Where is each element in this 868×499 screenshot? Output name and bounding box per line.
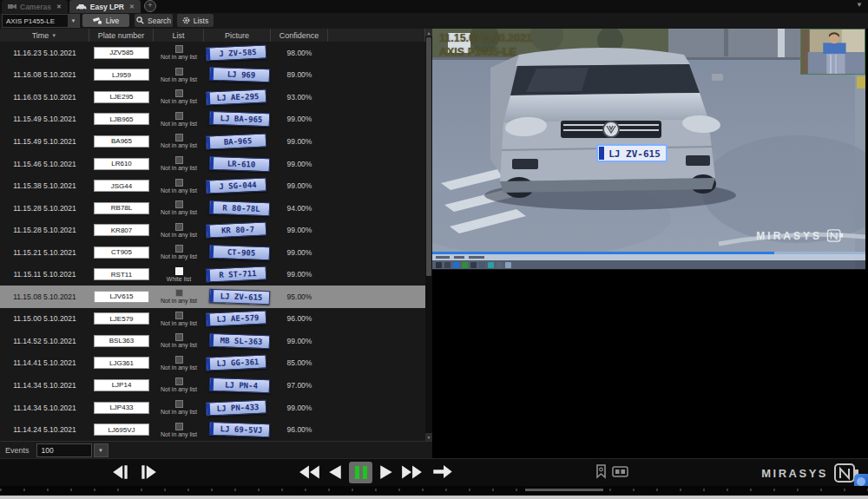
row-plate-number[interactable]: JZV585 — [94, 47, 149, 59]
row-plate-picture[interactable]: LJ 969 — [208, 67, 270, 82]
list-checkbox[interactable] — [175, 267, 183, 275]
events-count-select[interactable]: 100 — [36, 443, 92, 457]
row-plate-picture[interactable]: LJ BA-965 — [208, 111, 270, 127]
table-row[interactable]: 11.16.08 5.10.2021 LJ959 Not in any list… — [0, 64, 425, 87]
table-row[interactable]: 11.14.24 5.10.2021 LJ695VJ Not in any li… — [0, 418, 425, 441]
row-plate-number[interactable]: JSG44 — [94, 180, 149, 192]
scroll-down-icon[interactable]: ▼ — [425, 433, 432, 441]
list-checkbox[interactable] — [175, 423, 183, 430]
inset-thumbnail[interactable] — [800, 29, 865, 75]
row-plate-number[interactable]: LJP14 — [94, 379, 149, 391]
header-confidence[interactable]: Confidence — [271, 29, 328, 42]
row-plate-number[interactable]: RST11 — [94, 268, 149, 280]
tab-close-icon[interactable]: ✕ — [56, 3, 62, 10]
table-row[interactable]: 11.15.21 5.10.2021 CT905 Not in any list… — [0, 241, 425, 264]
timeline-strip[interactable] — [0, 486, 868, 496]
list-checkbox[interactable] — [175, 68, 183, 76]
live-button[interactable]: Live — [82, 14, 129, 27]
dual-view-button[interactable] — [612, 466, 628, 477]
bookmark-button[interactable] — [595, 464, 607, 479]
camera-select-caret-icon[interactable]: ▼ — [68, 15, 79, 27]
table-row[interactable]: 11.15.46 5.10.2021 LR610 Not in any list… — [0, 153, 425, 175]
list-checkbox[interactable] — [175, 134, 183, 141]
table-row[interactable]: 11.15.08 5.10.2021 LJV615 Not in any lis… — [0, 286, 425, 308]
tab-easy-lpr[interactable]: Easy LPR ✕ — [69, 0, 141, 13]
menu-collapse-icon[interactable]: ▼ — [856, 1, 863, 9]
row-plate-picture[interactable]: LJ PN-4 — [208, 378, 270, 393]
row-plate-number[interactable]: LJE579 — [94, 312, 149, 325]
list-checkbox[interactable] — [175, 179, 183, 187]
row-plate-picture[interactable]: R ST-711 — [205, 266, 266, 283]
table-scrollbar[interactable]: ▲ ▼ — [425, 29, 432, 441]
table-row[interactable]: 11.15.00 5.10.2021 LJE579 Not in any lis… — [0, 308, 425, 331]
table-row[interactable]: 11.14.41 5.10.2021 LJG361 Not in any lis… — [0, 352, 425, 375]
list-checkbox[interactable] — [175, 200, 183, 208]
header-list[interactable]: List — [154, 29, 204, 42]
video-toolbar[interactable] — [432, 252, 865, 269]
jump-to-end-button[interactable] — [432, 465, 453, 478]
row-plate-number[interactable]: LJ695VJ — [94, 423, 149, 436]
list-checkbox[interactable] — [175, 333, 183, 341]
row-plate-picture[interactable]: LJ ZV-615 — [208, 289, 270, 305]
table-row[interactable]: 11.14.34 5.10.2021 LJP433 Not in any lis… — [0, 397, 425, 419]
next-event-button[interactable] — [139, 464, 158, 480]
list-checkbox[interactable] — [175, 312, 183, 319]
list-checkbox[interactable] — [175, 400, 183, 408]
row-plate-number[interactable]: LJP433 — [94, 402, 149, 414]
add-tab-button[interactable]: + — [144, 0, 156, 12]
play-button[interactable] — [379, 464, 393, 480]
row-plate-picture[interactable]: J ZV-585 — [205, 44, 266, 61]
table-row[interactable]: 11.16.03 5.10.2021 LJE295 Not in any lis… — [0, 86, 425, 108]
search-button[interactable]: Search — [135, 14, 173, 27]
table-row[interactable]: 11.16.23 5.10.2021 JZV585 Not in any lis… — [0, 42, 425, 64]
rewind-button[interactable] — [299, 464, 321, 480]
table-row[interactable]: 11.14.34 5.10.2021 LJP14 Not in any list… — [0, 374, 425, 397]
row-plate-number[interactable]: CT905 — [94, 246, 149, 259]
prev-event-button[interactable] — [111, 464, 130, 480]
row-plate-picture[interactable]: LJ AE-295 — [205, 89, 266, 105]
row-plate-number[interactable]: LJB965 — [94, 113, 149, 125]
list-checkbox[interactable] — [175, 378, 183, 385]
row-plate-picture[interactable]: LJ AE-579 — [205, 311, 266, 327]
table-row[interactable]: 11.15.28 5.10.2021 KR807 Not in any list… — [0, 219, 425, 241]
row-plate-number[interactable]: LJ959 — [94, 69, 149, 81]
row-plate-picture[interactable]: LJ PN-433 — [205, 399, 266, 416]
row-plate-number[interactable]: BSL363 — [94, 335, 149, 347]
table-row[interactable]: 11.14.52 5.10.2021 BSL363 Not in any lis… — [0, 330, 425, 352]
row-plate-picture[interactable]: J SG-044 — [205, 178, 266, 194]
header-picture[interactable]: Picture — [204, 29, 271, 42]
list-checkbox[interactable] — [175, 156, 183, 164]
row-plate-picture[interactable]: LJ GG-361 — [205, 355, 266, 371]
video-feed[interactable]: LJ ZV-615 11.15.07 5.10.2021 AXIS P1455-… — [432, 29, 865, 270]
list-checkbox[interactable] — [175, 45, 183, 53]
row-plate-picture[interactable]: R 80-78L — [208, 200, 270, 215]
list-checkbox[interactable] — [175, 223, 183, 231]
row-plate-number[interactable]: LR610 — [94, 158, 149, 170]
row-plate-picture[interactable]: BA-965 — [205, 134, 266, 150]
row-plate-number[interactable]: RB78L — [94, 202, 149, 214]
lists-button[interactable]: Lists — [177, 14, 214, 27]
row-plate-picture[interactable]: CT-905 — [208, 245, 270, 260]
table-row[interactable]: 11.15.49 5.10.2021 BA965 Not in any list… — [0, 130, 425, 153]
row-plate-number[interactable]: LJG361 — [94, 357, 149, 369]
scrollbar-thumb[interactable] — [426, 37, 431, 276]
list-checkbox[interactable] — [175, 89, 183, 97]
table-row[interactable]: 11.15.49 5.10.2021 LJB965 Not in any lis… — [0, 108, 425, 131]
row-plate-number[interactable]: LJV615 — [94, 291, 149, 303]
header-time[interactable]: Time▼ — [0, 29, 89, 42]
row-plate-picture[interactable]: MB SL-363 — [208, 333, 270, 349]
tab-cameras[interactable]: Cameras ✕ — [2, 0, 68, 13]
list-checkbox[interactable] — [175, 112, 183, 120]
scroll-up-icon[interactable]: ▲ — [425, 29, 432, 36]
fast-forward-button[interactable] — [400, 464, 423, 480]
table-row[interactable]: 11.15.38 5.10.2021 JSG44 Not in any list… — [0, 174, 425, 197]
tab-close-icon[interactable]: ✕ — [129, 3, 135, 10]
pause-button[interactable] — [349, 462, 372, 483]
video-icon-row[interactable] — [432, 260, 865, 269]
row-plate-number[interactable]: BA965 — [94, 135, 149, 148]
row-plate-picture[interactable]: KR 80-7 — [205, 222, 266, 239]
camera-select[interactable]: AXIS P1455-LE ▼ — [2, 14, 80, 28]
row-plate-picture[interactable]: LR-610 — [208, 155, 270, 171]
header-plate-number[interactable]: Plate number — [89, 29, 154, 42]
row-plate-picture[interactable]: LJ 69-5VJ — [208, 422, 270, 437]
